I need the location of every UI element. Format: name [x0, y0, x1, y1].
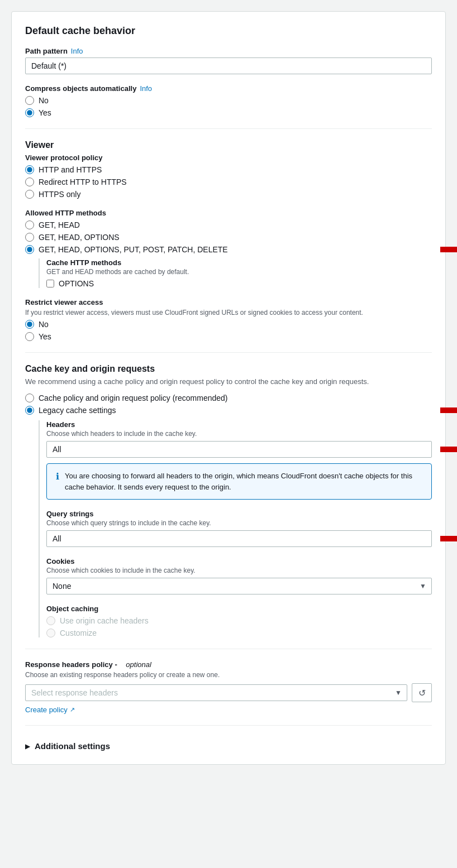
headers-label: Headers [46, 420, 432, 429]
viewer-title: Viewer [25, 140, 432, 150]
options-checkbox-item[interactable]: OPTIONS [46, 279, 432, 288]
legacy-cache-option[interactable]: Legacy cache settings [25, 406, 116, 415]
compress-objects-label: Compress objects automatically Info [25, 84, 432, 93]
divider-2 [25, 352, 432, 353]
compress-no-option[interactable]: No [25, 96, 432, 105]
additional-settings-arrow-icon: ▶ [25, 742, 30, 750]
object-caching-origin-radio[interactable] [46, 616, 55, 625]
method-all-option[interactable]: GET, HEAD, OPTIONS, PUT, POST, PATCH, DE… [25, 245, 228, 254]
response-headers-row: Select response headers ▼ ↺ [25, 683, 432, 702]
response-headers-select-wrapper: Select response headers ▼ [25, 684, 407, 701]
protocol-redirect-radio[interactable] [25, 178, 34, 186]
cache-key-desc: We recommend using a cache policy and or… [25, 377, 432, 386]
cache-policy-radio[interactable] [25, 394, 34, 402]
protocol-http-https-option[interactable]: HTTP and HTTPS [25, 165, 432, 174]
restrict-yes-option[interactable]: Yes [25, 332, 432, 341]
object-caching-customize-option[interactable]: Customize [46, 629, 432, 637]
cookies-label: Cookies [46, 557, 432, 565]
headers-info-box: ℹ You are choosing to forward all header… [46, 463, 432, 500]
allowed-http-methods-label: Allowed HTTP methods [25, 209, 432, 217]
additional-settings-row[interactable]: ▶ Additional settings [25, 737, 432, 751]
protocol-http-https-radio[interactable] [25, 165, 34, 174]
headers-input-wrap [46, 441, 432, 458]
viewer-protocol-label: Viewer protocol policy [25, 154, 432, 162]
response-headers-label: Response headers policy - optional [25, 660, 432, 669]
optional-label: optional [126, 660, 151, 669]
response-headers-select[interactable]: Select response headers [25, 684, 407, 701]
cache-key-radio-group: Cache policy and origin request policy (… [25, 394, 432, 415]
restrict-viewer-radio-group: No Yes [25, 320, 432, 341]
compress-no-radio[interactable] [25, 96, 34, 105]
protocol-https-only-radio[interactable] [25, 190, 34, 199]
svg-rect-6 [440, 536, 457, 541]
viewer-protocol-group: Viewer protocol policy HTTP and HTTPS Re… [25, 154, 432, 199]
query-strings-input[interactable] [46, 530, 432, 547]
refresh-button[interactable]: ↺ [412, 683, 432, 702]
additional-settings-label: Additional settings [35, 741, 110, 751]
response-headers-desc: Choose an existing response headers poli… [25, 671, 432, 679]
divider-1 [25, 128, 432, 129]
method-get-head-options-radio[interactable] [25, 233, 34, 242]
cookies-select-wrapper: None All Include specified cookies Exclu… [46, 578, 432, 594]
divider-3 [25, 649, 432, 649]
cookies-select[interactable]: None All Include specified cookies Exclu… [46, 578, 432, 594]
response-headers-group: Response headers policy - optional Choos… [25, 660, 432, 714]
cache-http-methods-group: Cache HTTP methods GET and HEAD methods … [39, 258, 432, 288]
cookies-group: Cookies Choose which cookies to include … [46, 557, 432, 594]
red-arrow-3 [440, 439, 457, 459]
protocol-https-only-option[interactable]: HTTPS only [25, 190, 432, 199]
path-pattern-info-link[interactable]: Info [71, 47, 83, 55]
headers-input[interactable] [46, 441, 432, 458]
method-get-head-options-option[interactable]: GET, HEAD, OPTIONS [25, 233, 432, 242]
query-strings-desc: Choose which query strings to include in… [46, 519, 432, 527]
cache-http-label: Cache HTTP methods [46, 258, 432, 267]
viewer-protocol-radio-group: HTTP and HTTPS Redirect HTTP to HTTPS HT… [25, 165, 432, 199]
method-get-head-option[interactable]: GET, HEAD [25, 220, 432, 229]
protocol-redirect-option[interactable]: Redirect HTTP to HTTPS [25, 178, 432, 186]
info-box-text: You are choosing to forward all headers … [65, 471, 422, 492]
object-caching-customize-radio[interactable] [46, 629, 55, 637]
cache-http-desc: GET and HEAD methods are cached by defau… [46, 268, 432, 276]
object-caching-radio-group: Use origin cache headers Customize [46, 616, 432, 637]
info-icon: ℹ [56, 471, 59, 482]
compress-objects-info-link[interactable]: Info [140, 84, 152, 93]
red-arrow-1 [440, 239, 457, 260]
object-caching-label: Object caching [46, 605, 432, 613]
query-strings-group: Query strings Choose which query strings… [46, 510, 432, 547]
options-checkbox[interactable] [46, 280, 54, 287]
query-strings-input-wrap [46, 530, 432, 547]
compress-objects-group: Compress objects automatically Info No Y… [25, 84, 432, 117]
svg-rect-4 [440, 447, 457, 452]
restrict-viewer-group: Restrict viewer access If you restrict v… [25, 298, 432, 341]
query-strings-label: Query strings [46, 510, 432, 518]
legacy-cache-radio[interactable] [25, 406, 34, 415]
path-pattern-group: Path pattern Info [25, 47, 432, 74]
main-panel: Default cache behavior Path pattern Info… [11, 11, 446, 765]
divider-4 [25, 725, 432, 726]
restrict-viewer-desc: If you restrict viewer access, viewers m… [25, 309, 405, 316]
create-policy-link[interactable]: Create policy ↗ [25, 706, 75, 714]
compress-objects-radio-group: No Yes [25, 96, 432, 117]
allowed-http-methods-group: Allowed HTTP methods GET, HEAD GET, HEAD… [25, 209, 432, 288]
restrict-viewer-label: Restrict viewer access [25, 298, 432, 306]
object-caching-group: Object caching Use origin cache headers … [46, 605, 432, 637]
headers-desc: Choose which headers to include in the c… [46, 430, 432, 438]
headers-group: Headers Choose which headers to include … [46, 420, 432, 500]
restrict-no-radio[interactable] [25, 320, 34, 329]
path-pattern-input[interactable] [25, 57, 432, 74]
object-caching-origin-option[interactable]: Use origin cache headers [46, 616, 432, 625]
restrict-no-option[interactable]: No [25, 320, 432, 329]
cache-key-section: Cache key and origin requests We recomme… [25, 364, 432, 637]
cache-key-title: Cache key and origin requests [25, 364, 432, 374]
compress-yes-option[interactable]: Yes [25, 108, 432, 117]
method-get-head-radio[interactable] [25, 220, 34, 229]
section-title: Default cache behavior [25, 25, 432, 37]
cache-policy-option[interactable]: Cache policy and origin request policy (… [25, 394, 432, 402]
compress-yes-radio[interactable] [25, 108, 34, 117]
restrict-yes-radio[interactable] [25, 332, 34, 341]
svg-rect-0 [440, 247, 457, 252]
create-policy-icon: ↗ [70, 706, 75, 713]
allowed-http-methods-radio-group: GET, HEAD GET, HEAD, OPTIONS GET, HEAD, … [25, 220, 432, 254]
method-all-radio[interactable] [25, 245, 34, 254]
path-pattern-label: Path pattern Info [25, 47, 432, 55]
